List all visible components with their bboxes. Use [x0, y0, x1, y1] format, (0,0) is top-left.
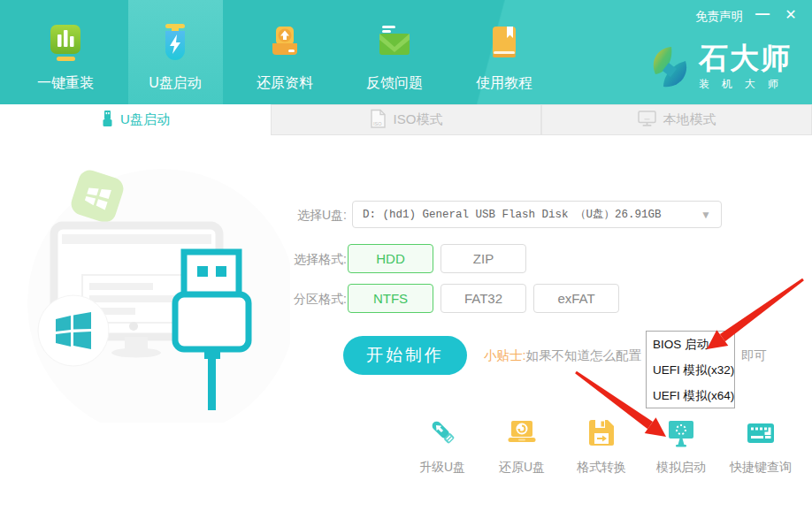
format-option-zip[interactable]: ZIP	[440, 244, 526, 273]
tool-restore-usb[interactable]: 还原U盘	[482, 417, 562, 476]
tip-prefix: 小贴士:	[484, 348, 526, 362]
bar-chart-icon	[46, 22, 85, 66]
usb-stick-icon	[426, 417, 458, 453]
format-option-hdd[interactable]: HDD	[348, 244, 433, 273]
restore-upload-icon	[265, 22, 304, 66]
usb-select-label: 选择U盘:	[292, 208, 347, 224]
nav-item-label: 反馈问题	[366, 74, 423, 93]
tab-usb-boot[interactable]: U盘启动	[0, 104, 271, 135]
keyboard-icon	[745, 417, 777, 453]
nav-item-label: 使用教程	[476, 74, 532, 93]
tool-upgrade-usb[interactable]: 升级U盘	[402, 417, 482, 476]
nav-item-reinstall[interactable]: 一键重装	[19, 0, 113, 104]
menu-item-uefi-x32[interactable]: UEFI 模拟(x32)	[653, 363, 734, 377]
partition-option-exfat[interactable]: exFAT	[533, 284, 619, 313]
monitor-boot-icon	[665, 417, 697, 453]
tool-label: 快捷键查询	[730, 460, 792, 476]
main-nav: 一键重装 U盘启动	[11, 0, 559, 104]
tab-local-mode[interactable]: 本地模式	[541, 104, 812, 135]
nav-item-label: 一键重装	[37, 74, 94, 93]
tab-iso-mode[interactable]: ISO ISO模式	[271, 104, 541, 135]
usb-computer-illustration	[25, 157, 290, 426]
brand-name: 石大师	[699, 42, 792, 74]
usb-select-value: D: (hd1) General USB Flash Disk （U盘）26.9…	[363, 207, 701, 222]
mail-icon	[375, 22, 414, 66]
nav-item-label: 还原资料	[257, 74, 313, 93]
mode-tabs: U盘启动 ISO ISO模式 本地模式	[0, 104, 812, 135]
nav-item-label: U盘启动	[149, 74, 202, 93]
laptop-restore-icon	[506, 417, 538, 453]
tip-text: 小贴士:如果不知道怎么配置	[484, 347, 641, 364]
menu-item-bios-boot[interactable]: BIOS 启动	[653, 338, 734, 351]
svg-text:ISO: ISO	[373, 121, 382, 126]
tab-label: ISO模式	[394, 111, 443, 128]
tool-label: 模拟启动	[656, 460, 706, 476]
usb-shield-icon	[156, 22, 195, 66]
tip-suffix: 即可	[741, 347, 767, 364]
tool-label: 还原U盘	[499, 460, 545, 476]
partition-option-fat32[interactable]: FAT32	[440, 284, 526, 313]
tab-label: 本地模式	[663, 111, 716, 128]
usb-select-dropdown[interactable]: D: (hd1) General USB Flash Disk （U盘）26.9…	[352, 201, 722, 228]
close-button[interactable]: ✕	[780, 4, 801, 25]
floppy-disk-icon	[586, 417, 617, 453]
tool-label: 格式转换	[577, 460, 626, 476]
minimize-button[interactable]: —	[752, 4, 773, 25]
usb-drive-icon	[101, 110, 113, 130]
brand-text: 石大师 装机大师	[699, 42, 792, 92]
nav-item-feedback[interactable]: 反馈问题	[348, 0, 442, 104]
brand-logo: 石大师 装机大师	[648, 42, 792, 96]
tab-label: U盘启动	[120, 111, 170, 128]
chevron-down-icon: ▼	[701, 209, 711, 221]
disclaimer-link[interactable]: 免责声明	[695, 9, 743, 25]
format-select-label: 选择格式:	[292, 252, 347, 268]
menu-item-uefi-x64[interactable]: UEFI 模拟(x64)	[653, 389, 734, 402]
brand-logo-icon	[648, 42, 691, 96]
header-bar: 一键重装 U盘启动	[0, 0, 812, 104]
partition-format-label: 分区格式:	[292, 292, 347, 308]
partition-option-ntfs[interactable]: NTFS	[348, 284, 433, 313]
app-window: 一键重装 U盘启动	[0, 0, 812, 511]
iso-file-icon: ISO	[370, 109, 387, 132]
tool-simulate-boot[interactable]: 模拟启动	[641, 417, 721, 476]
book-icon	[485, 22, 524, 66]
monitor-icon	[638, 111, 656, 130]
tool-label: 升级U盘	[419, 460, 465, 476]
nav-item-restore-data[interactable]: 还原资料	[238, 0, 333, 104]
tool-format-convert[interactable]: 格式转换	[562, 417, 641, 476]
start-create-button[interactable]: 开始制作	[343, 336, 467, 375]
nav-item-usb-boot[interactable]: U盘启动	[128, 0, 223, 104]
tool-hotkey-lookup[interactable]: 快捷键查询	[721, 417, 801, 476]
boot-mode-popup-menu: BIOS 启动 UEFI 模拟(x32) UEFI 模拟(x64)	[646, 331, 735, 408]
bottom-toolbar: 升级U盘 还原U盘	[402, 417, 801, 476]
brand-subtitle: 装机大师	[699, 77, 792, 92]
tip-body: 如果不知道怎么配置	[526, 348, 642, 362]
nav-item-tutorial[interactable]: 使用教程	[457, 0, 552, 104]
